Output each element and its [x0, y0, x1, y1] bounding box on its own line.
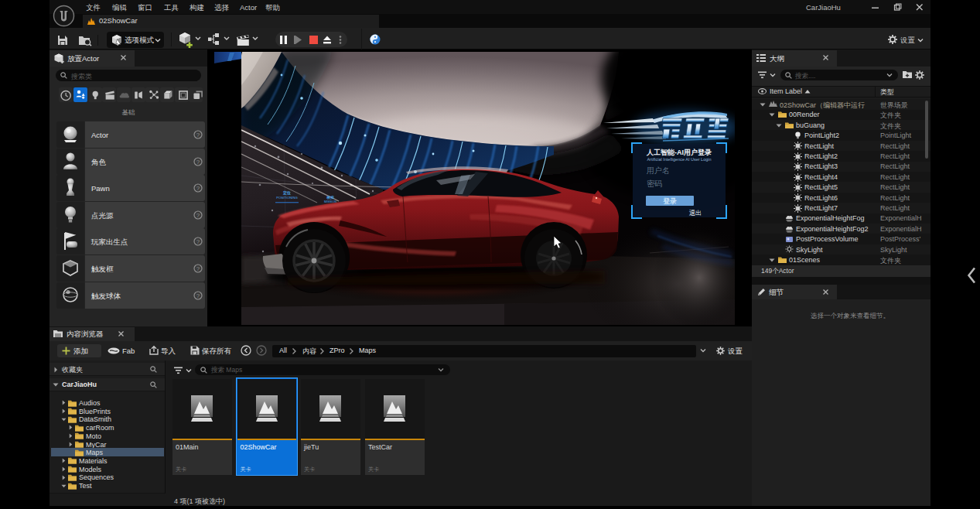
svg-text:模拟: 模拟 — [326, 196, 334, 200]
svg-text:?: ? — [196, 292, 200, 299]
svg-text:?: ? — [196, 159, 200, 166]
svg-text:?: ? — [196, 132, 200, 138]
svg-text:?: ? — [196, 238, 200, 245]
svg-text:POSITIONING: POSITIONING — [276, 196, 297, 200]
svg-text:?: ? — [196, 265, 200, 272]
svg-text:?: ? — [196, 185, 200, 192]
svg-text:定位: 定位 — [282, 190, 291, 196]
svg-text:?: ? — [196, 212, 200, 219]
